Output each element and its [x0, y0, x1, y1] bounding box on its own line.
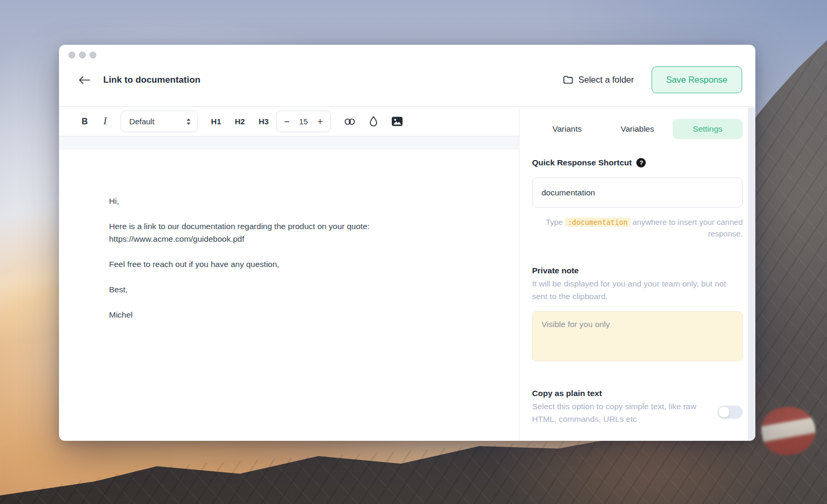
editor-selection-strip	[59, 136, 519, 150]
hint-prefix: Type	[546, 218, 565, 226]
heading1-button[interactable]: H1	[211, 117, 221, 126]
font-size-value: 15	[299, 117, 308, 126]
text-color-button[interactable]	[369, 116, 378, 127]
font-family-select[interactable]: Default	[121, 111, 198, 132]
chevron-updown-icon	[186, 118, 191, 125]
save-response-button[interactable]: Save Response	[652, 66, 743, 93]
app-window: Link to documentation Select a folder Sa…	[59, 45, 755, 441]
zoom-window-button[interactable]	[90, 52, 96, 58]
insert-link-button[interactable]	[344, 117, 356, 126]
select-folder-button[interactable]: Select a folder	[563, 75, 634, 85]
increase-font-size-button[interactable]: +	[318, 117, 323, 126]
heading2-button[interactable]: H2	[235, 117, 245, 126]
minimize-window-button[interactable]	[79, 52, 86, 58]
hint-suffix: anywhere to insert your canned response.	[631, 218, 743, 238]
page-title: Link to documentation	[103, 75, 200, 85]
panel-tabs: Variants Variables Settings	[532, 119, 743, 139]
help-icon[interactable]: ?	[636, 158, 646, 167]
panel-scrollbar[interactable]	[748, 107, 755, 441]
tab-variants[interactable]: Variants	[532, 119, 602, 139]
editor-line: Here is a link to our documentation rega…	[109, 220, 487, 233]
editor-line: Hi,	[109, 195, 487, 207]
decrease-font-size-button[interactable]: −	[284, 117, 290, 126]
editor-line: Michel	[109, 309, 487, 321]
editor-line: https://www.acme.com/guidebook.pdf	[109, 233, 487, 245]
shortcut-hint: Type :documentation anywhere to insert y…	[532, 216, 743, 240]
formatting-toolbar: B I Default H1 H2 H3 − 15	[59, 107, 519, 136]
copy-plain-text-label: Copy as plain text	[532, 389, 743, 398]
font-family-value: Default	[130, 117, 155, 126]
link-icon	[344, 117, 356, 126]
editor-line: Best,	[109, 283, 487, 296]
heading3-button[interactable]: H3	[259, 117, 269, 126]
copy-plain-text-description: Select this option to copy simple text, …	[532, 400, 714, 426]
tab-variables[interactable]: Variables	[602, 119, 672, 139]
traffic-lights	[68, 52, 96, 58]
tab-settings[interactable]: Settings	[673, 119, 743, 139]
editor-line: Feel free to reach out if you have any q…	[109, 258, 487, 271]
editor-column: B I Default H1 H2 H3 − 15	[59, 107, 519, 441]
private-note-label: Private note	[532, 266, 743, 275]
insert-image-button[interactable]	[391, 116, 403, 126]
shortcut-input[interactable]	[532, 177, 743, 207]
private-note-description: It will be displayed for you and your te…	[532, 278, 743, 303]
private-note-textarea[interactable]	[532, 311, 743, 361]
back-arrow-icon[interactable]	[78, 74, 92, 86]
quick-response-shortcut-label: Quick Response Shortcut	[532, 158, 632, 167]
rich-text-editor[interactable]: Hi, Here is a link to our documentation …	[59, 150, 519, 441]
close-window-button[interactable]	[68, 52, 75, 58]
settings-panel: Variants Variables Settings Quick Respon…	[519, 107, 755, 441]
window-header: Link to documentation Select a folder Sa…	[59, 45, 755, 106]
folder-icon	[563, 75, 573, 84]
select-folder-label: Select a folder	[578, 75, 634, 85]
shortcut-token: :documentation	[565, 218, 631, 227]
copy-plain-text-toggle[interactable]	[717, 406, 743, 419]
color-drop-icon	[369, 116, 378, 127]
italic-button[interactable]: I	[104, 116, 107, 127]
font-size-stepper: − 15 +	[276, 111, 331, 132]
bold-button[interactable]: B	[82, 117, 88, 126]
toggle-knob	[718, 407, 730, 418]
image-icon	[391, 116, 403, 126]
